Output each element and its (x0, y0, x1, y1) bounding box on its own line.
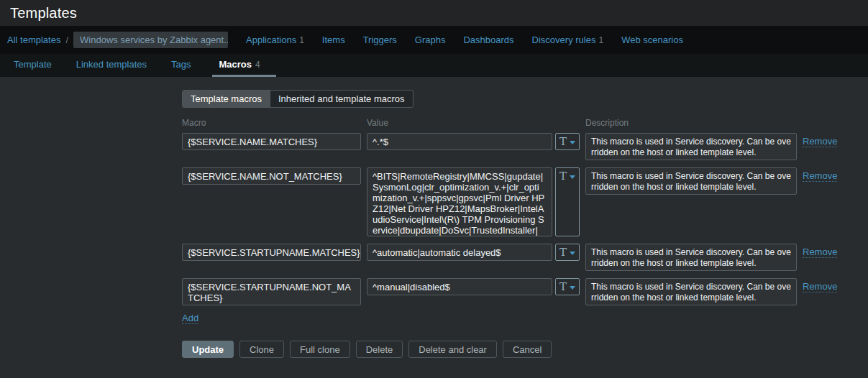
macro-name-input[interactable]: {$SERVICE.STARTUPNAME.MATCHES} (182, 244, 361, 261)
macro-value-input[interactable]: ^automatic|automatic delayed$ (367, 244, 552, 261)
title-bar: Templates (0, 0, 868, 26)
macro-value-input[interactable]: ^manual|disabled$ (367, 278, 552, 295)
column-header-value: Value (367, 118, 580, 128)
full-clone-button[interactable]: Full clone (290, 341, 350, 358)
delete-button[interactable]: Delete (356, 341, 403, 358)
value-type-button[interactable]: T (555, 244, 580, 261)
macro-value-input[interactable]: ^.*$ (367, 133, 552, 150)
radio-template-macros[interactable]: Template macros (183, 91, 270, 107)
macros-form: Template macros Inherited and template m… (0, 77, 868, 358)
breadcrumb-current-template: Windows services by Zabbix agent... (73, 32, 228, 48)
nav-applications[interactable]: Applications1 (246, 34, 304, 45)
chevron-down-icon (570, 175, 575, 179)
macro-row-2: {$SERVICE.NAME.NOT_MATCHES} ^BITS|Remote… (182, 167, 868, 236)
nav-web-scenarios[interactable]: Web scenarios (621, 34, 683, 45)
remove-macro-link[interactable]: Remove (803, 246, 837, 258)
page-title: Templates (10, 5, 77, 22)
macro-name-input[interactable]: {$SERVICE.NAME.MATCHES} (182, 133, 361, 150)
text-type-icon: T (559, 280, 567, 293)
macro-description-input[interactable]: This macro is used in Service discovery.… (585, 278, 797, 305)
macro-source-radiogroup: Template macros Inherited and template m… (182, 90, 414, 108)
value-type-button[interactable]: T (555, 133, 580, 150)
breadcrumb-nav-bar: All templates / Windows services by Zabb… (0, 26, 868, 54)
remove-macro-link[interactable]: Remove (803, 281, 837, 292)
tab-template[interactable]: Template (10, 54, 55, 77)
text-type-icon: T (559, 170, 567, 183)
breadcrumb-separator: / (65, 34, 68, 45)
clone-button[interactable]: Clone (239, 341, 284, 358)
text-type-icon: T (559, 135, 567, 148)
tab-macros[interactable]: Macros4 (212, 54, 276, 77)
macro-description-input[interactable]: This macro is used in Service discovery.… (585, 167, 797, 195)
macro-row-4: {$SERVICE.STARTUPNAME.NOT_MATCHES} ^manu… (182, 278, 868, 305)
chevron-down-icon (570, 286, 575, 290)
macro-description-input[interactable]: This macro is used in Service discovery.… (585, 244, 797, 271)
chevron-down-icon (570, 141, 575, 144)
macro-description-input[interactable]: This macro is used in Service discovery.… (585, 133, 797, 160)
applications-count: 1 (299, 35, 304, 45)
remove-macro-link[interactable]: Remove (803, 170, 837, 182)
column-header-description: Description (585, 118, 797, 128)
value-type-button[interactable]: T (555, 167, 580, 236)
macro-value-input[interactable]: ^BITS|RemoteRegistry|MMCSS|gupdate|Sysmo… (367, 167, 552, 236)
macros-column-headers: Macro Value Description (182, 118, 868, 128)
tab-tags[interactable]: Tags (168, 54, 194, 77)
nav-discovery-rules[interactable]: Discovery rules1 (532, 34, 604, 45)
macro-row-1: {$SERVICE.NAME.MATCHES} ^.*$ T This macr… (182, 133, 868, 160)
column-header-macro: Macro (182, 118, 361, 128)
discovery-rules-count: 1 (598, 35, 603, 45)
nav-dashboards[interactable]: Dashboards (463, 34, 513, 45)
nav-graphs[interactable]: Graphs (415, 34, 446, 45)
template-tabs: Template Linked templates Tags Macros4 (0, 54, 868, 77)
breadcrumb: All templates / Windows services by Zabb… (7, 32, 228, 48)
form-footer-buttons: Update Clone Full clone Delete Delete an… (182, 341, 868, 358)
remove-macro-link[interactable]: Remove (803, 136, 837, 147)
macro-row-3: {$SERVICE.STARTUPNAME.MATCHES} ^automati… (182, 244, 868, 271)
text-type-icon: T (559, 246, 567, 259)
tab-linked-templates[interactable]: Linked templates (73, 54, 150, 77)
cancel-button[interactable]: Cancel (503, 341, 552, 358)
template-nav-links: Applications1 Items Triggers Graphs Dash… (246, 34, 683, 45)
delete-and-clear-button[interactable]: Delete and clear (408, 341, 497, 358)
chevron-down-icon (570, 252, 575, 255)
nav-triggers[interactable]: Triggers (363, 34, 397, 45)
breadcrumb-all-templates[interactable]: All templates (7, 34, 60, 45)
macros-count: 4 (255, 60, 260, 70)
nav-items[interactable]: Items (322, 34, 345, 45)
update-button[interactable]: Update (182, 341, 234, 358)
macro-name-input[interactable]: {$SERVICE.NAME.NOT_MATCHES} (182, 167, 361, 185)
value-type-button[interactable]: T (555, 278, 580, 295)
macro-name-input[interactable]: {$SERVICE.STARTUPNAME.NOT_MATCHES} (182, 278, 361, 305)
add-macro-link[interactable]: Add (182, 313, 198, 324)
radio-inherited-and-template-macros[interactable]: Inherited and template macros (270, 91, 413, 107)
